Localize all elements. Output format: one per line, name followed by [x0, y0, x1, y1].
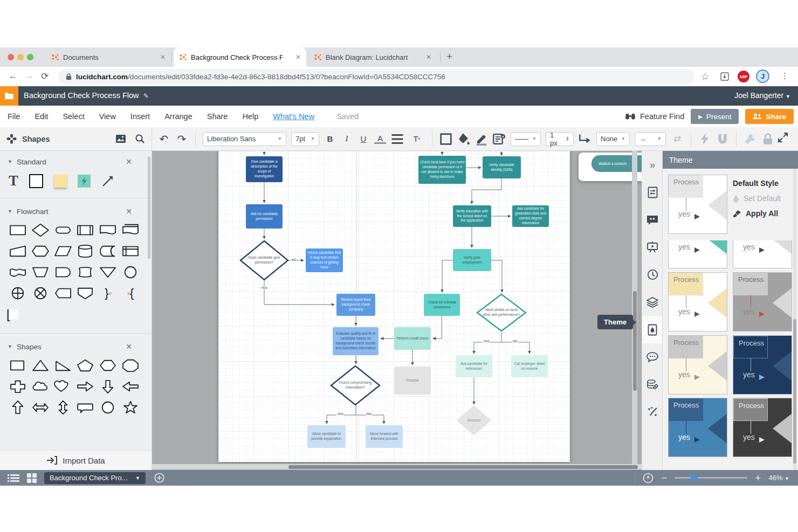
comments-icon[interactable]	[642, 343, 663, 371]
flowchart-connector-icon[interactable]	[119, 264, 142, 280]
flowchart-off-page-link-icon[interactable]	[52, 285, 74, 301]
theme-thumb-charcoal[interactable]: Process yes	[733, 398, 792, 457]
browser-tab-documents[interactable]: Documents ✕	[46, 47, 171, 67]
set-default-button[interactable]: Set Default	[733, 194, 781, 203]
menu-share[interactable]: Share	[207, 112, 228, 121]
browser-tab-active[interactable]: Background Check Process Flo ✕	[174, 47, 306, 67]
adblock-extension-icon[interactable]: ABP	[738, 71, 749, 82]
flow-node[interactable]: Ask for candidate permission	[246, 204, 283, 229]
undo-icon[interactable]: ↶	[157, 133, 170, 146]
page-list-view-icon[interactable]	[8, 474, 19, 482]
forward-icon[interactable]: →	[25, 71, 34, 81]
flowchart-paper-tape-icon[interactable]	[6, 264, 29, 280]
collapse-arrow-icon[interactable]: ▼	[8, 209, 12, 214]
documents-home-button[interactable]	[0, 86, 18, 106]
flowchart-brace-left-icon[interactable]: ≡{	[119, 285, 142, 301]
insert-image-icon[interactable]	[115, 134, 126, 143]
collapse-arrow-icon[interactable]: ▼	[8, 159, 12, 164]
zoom-slider[interactable]	[675, 477, 747, 479]
flow-decision-node[interactable]: Does candidate give permission?	[239, 239, 290, 281]
browser-tab-blank-diagram[interactable]: Blank Diagram: Lucidchart ✕	[308, 47, 437, 67]
present-button[interactable]: ▶Present	[691, 109, 739, 124]
theme-panel-icon[interactable]	[642, 316, 663, 343]
shape-arrow-down-icon[interactable]	[97, 378, 119, 395]
edit-title-pencil-icon[interactable]: ✎	[143, 92, 149, 100]
shape-cross-icon[interactable]	[6, 378, 29, 395]
flowchart-internal-storage-icon[interactable]	[119, 243, 142, 259]
theme-thumb-teal[interactable]: yes	[668, 240, 727, 268]
flowchart-database-icon[interactable]	[74, 243, 97, 259]
flowchart-summing-junction-icon[interactable]	[29, 285, 52, 301]
fullscreen-icon[interactable]	[778, 132, 788, 143]
tab-close-icon[interactable]: ✕	[426, 53, 431, 61]
magic-cleanup-wand-icon[interactable]	[642, 398, 663, 426]
shape-outline-icon[interactable]	[439, 133, 452, 146]
flowchart-brace-right-icon[interactable]: }≡	[97, 285, 119, 301]
flowchart-or-icon[interactable]	[6, 285, 29, 301]
menu-arrange[interactable]: Arrange	[164, 112, 192, 121]
feature-find-button[interactable]: Feature Find	[624, 112, 684, 121]
search-shapes-icon[interactable]	[135, 134, 145, 144]
flowchart-merge-icon[interactable]	[97, 264, 119, 280]
flowchart-manual-input-icon[interactable]	[6, 243, 29, 259]
smart-panel-icon[interactable]	[642, 206, 663, 233]
shape-circle-icon[interactable]	[97, 399, 119, 416]
close-section-icon[interactable]: ✕	[126, 342, 132, 351]
text-tool-icon[interactable]: T	[9, 174, 18, 188]
collapse-panel-chevrons-icon[interactable]: »	[642, 151, 663, 178]
data-linking-icon[interactable]	[642, 371, 663, 398]
italic-button[interactable]: I	[341, 134, 353, 143]
flow-node[interactable]: Ask candidate for graduation date and ea…	[512, 205, 549, 227]
shape-data-icon[interactable]	[493, 133, 506, 146]
apply-all-button[interactable]: Apply All	[733, 209, 781, 218]
shape-triangle-icon[interactable]	[29, 357, 52, 374]
menu-file[interactable]: File	[8, 112, 20, 121]
flowchart-preparation-icon[interactable]	[29, 243, 52, 259]
rectangle-tool-icon[interactable]	[29, 174, 43, 188]
text-style-icon[interactable]: T▾	[409, 133, 425, 146]
extension-download-icon[interactable]	[720, 72, 729, 81]
add-page-button[interactable]	[154, 473, 164, 483]
bookmark-star-icon[interactable]: ☆	[701, 71, 709, 82]
zoom-slider-handle[interactable]	[691, 474, 698, 481]
line-color-icon[interactable]	[475, 133, 488, 146]
theme-thumb-simple-gray[interactable]: yes	[733, 240, 792, 268]
theme-thumb-blue[interactable]: Process yes	[668, 398, 727, 457]
flow-node[interactable]: Process	[394, 367, 431, 395]
shape-right-triangle-icon[interactable]	[52, 357, 74, 374]
flow-node[interactable]: Check for criminal convictions	[424, 294, 460, 316]
revision-history-clock-icon[interactable]	[642, 261, 663, 288]
canvas-vertical-scrollbar-thumb[interactable]	[633, 291, 637, 391]
share-button[interactable]: Share	[745, 109, 794, 124]
page-grid-view-icon[interactable]	[27, 473, 37, 483]
lock-icon[interactable]	[761, 133, 774, 146]
tab-close-icon[interactable]: ✕	[160, 53, 166, 61]
theme-thumb-cream[interactable]: Process yes	[668, 272, 727, 331]
flow-node[interactable]: Allow candidate to provide explanation	[307, 425, 346, 448]
flow-node[interactable]: Give candidate a description of the scop…	[246, 156, 283, 182]
tools-wrench-icon[interactable]	[744, 133, 756, 146]
window-minimize-button[interactable]	[17, 54, 24, 60]
flow-node[interactable]: Verify education with the school listed …	[453, 205, 491, 227]
flow-node[interactable]: Perform credit check	[394, 327, 431, 350]
snap-magnet-icon[interactable]	[716, 133, 729, 146]
flow-node[interactable]: Review report from background check comp…	[336, 294, 375, 316]
whats-new-link[interactable]: What's New	[273, 112, 314, 121]
shape-arrow-left-icon[interactable]	[119, 378, 142, 395]
browser-profile-avatar[interactable]: J	[756, 70, 769, 83]
flowchart-delay-icon[interactable]	[52, 264, 74, 280]
underline-button[interactable]: U	[357, 134, 369, 143]
flow-node[interactable]: Call employer listed on resume	[511, 355, 548, 377]
zoom-out-button[interactable]: −	[661, 472, 667, 484]
collapse-arrow-icon[interactable]: ▼	[8, 344, 12, 349]
canvas-horizontal-scrollbar-thumb[interactable]	[288, 465, 638, 469]
flow-decision-node[interactable]: Found compromising information?	[329, 364, 381, 406]
shape-octagon-icon[interactable]	[119, 357, 142, 374]
line-style-dropdown[interactable]: ——▼	[511, 132, 541, 146]
flowchart-process-icon[interactable]	[6, 222, 29, 238]
flow-decision-node[interactable]: Decision	[457, 405, 491, 436]
theme-thumb-gray-red[interactable]: Process yes	[733, 272, 792, 331]
theme-thumb-default[interactable]: Process yes	[668, 175, 727, 234]
text-color-button[interactable]: A	[374, 134, 386, 144]
redo-icon[interactable]: ↷	[175, 133, 188, 146]
